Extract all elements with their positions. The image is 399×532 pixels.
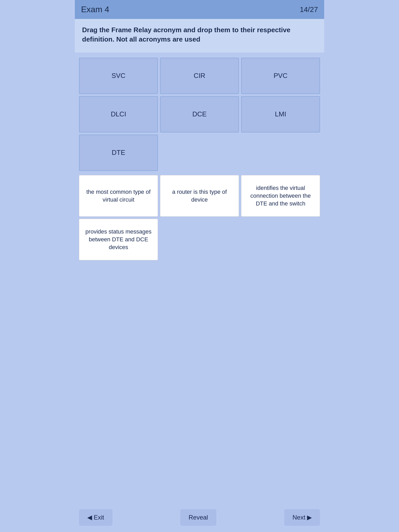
- definition-text-1: the most common type of virtual circuit: [83, 188, 154, 203]
- definition-empty-slot-2: [241, 219, 320, 260]
- acronym-label-lmi: LMI: [275, 110, 286, 118]
- exit-button[interactable]: ◀ Exit: [79, 509, 112, 526]
- acronym-card-empty1: [160, 135, 239, 171]
- acronym-card-cir[interactable]: CIR: [160, 58, 239, 94]
- definition-card-2[interactable]: a router is this type of device: [160, 175, 239, 217]
- question-text: Drag the Frame Relay acronym and drop th…: [82, 25, 317, 44]
- definition-card-3[interactable]: identifies the virtual connection betwee…: [241, 175, 320, 217]
- main-content: SVC CIR PVC DLCI DCE LMI DTE the most co…: [75, 52, 324, 505]
- reveal-button[interactable]: Reveal: [180, 509, 216, 526]
- acronym-grid-row2: DLCI DCE LMI: [79, 96, 320, 132]
- acronym-grid-row3: DTE: [79, 135, 320, 171]
- definition-grid-row2: provides status messages between DTE and…: [79, 219, 320, 260]
- definition-text-2: a router is this type of device: [164, 188, 235, 203]
- definition-text-3: identifies the virtual connection betwee…: [245, 184, 316, 207]
- acronym-grid: SVC CIR PVC: [79, 58, 320, 94]
- acronym-card-dte[interactable]: DTE: [79, 135, 158, 171]
- acronym-card-svc[interactable]: SVC: [79, 58, 158, 94]
- acronym-label-dce: DCE: [192, 110, 207, 118]
- definition-empty-slot-1: [160, 219, 239, 260]
- acronym-label-cir: CIR: [194, 72, 205, 80]
- definition-card-1[interactable]: the most common type of virtual circuit: [79, 175, 158, 217]
- acronym-label-dlci: DLCI: [111, 110, 126, 118]
- next-button[interactable]: Next ▶: [284, 509, 320, 526]
- definition-card-4[interactable]: provides status messages between DTE and…: [79, 219, 158, 260]
- acronym-label-dte: DTE: [112, 149, 125, 157]
- acronym-card-pvc[interactable]: PVC: [241, 58, 320, 94]
- footer: ◀ Exit Reveal Next ▶: [75, 505, 324, 532]
- exam-title: Exam 4: [81, 5, 109, 14]
- definition-grid-row1: the most common type of virtual circuit …: [79, 175, 320, 217]
- acronym-card-dce[interactable]: DCE: [160, 96, 239, 132]
- acronym-card-dlci[interactable]: DLCI: [79, 96, 158, 132]
- acronym-label-pvc: PVC: [274, 72, 287, 80]
- footer-center: Reveal: [112, 509, 284, 526]
- question-area: Drag the Frame Relay acronym and drop th…: [75, 19, 324, 52]
- acronym-label-svc: SVC: [111, 72, 125, 80]
- header: Exam 4 14/27: [75, 0, 324, 19]
- acronym-card-empty2: [241, 135, 320, 171]
- definition-text-4: provides status messages between DTE and…: [83, 228, 154, 251]
- progress-indicator: 14/27: [300, 5, 318, 14]
- acronym-card-lmi[interactable]: LMI: [241, 96, 320, 132]
